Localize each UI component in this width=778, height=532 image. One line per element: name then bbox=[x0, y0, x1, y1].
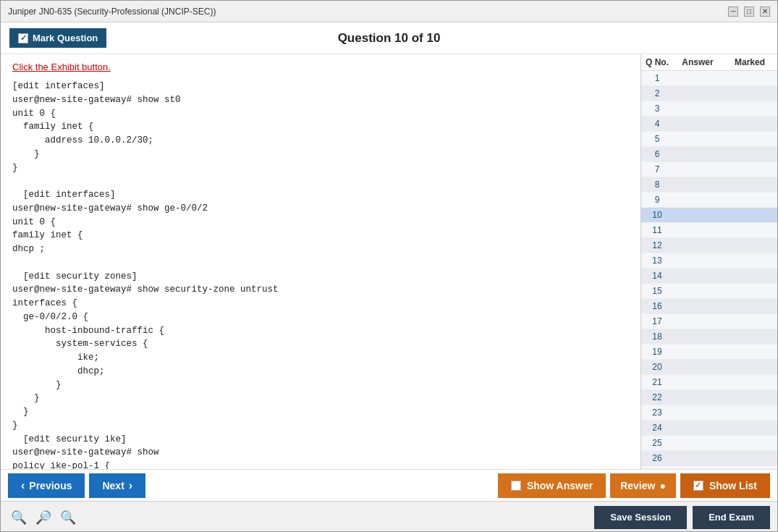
marked-cell bbox=[724, 179, 776, 190]
marked-cell bbox=[724, 300, 776, 312]
q-number: 16 bbox=[643, 300, 672, 312]
table-row[interactable]: 2 bbox=[641, 86, 777, 101]
answer-cell bbox=[672, 300, 724, 312]
marked-cell bbox=[724, 316, 776, 327]
show-answer-checkbox-icon bbox=[511, 481, 521, 491]
answer-cell bbox=[672, 468, 724, 469]
answer-cell bbox=[672, 103, 724, 114]
side-panel-rows[interactable]: 1234567891011121314151617181920212223242… bbox=[641, 71, 777, 469]
table-row[interactable]: 15 bbox=[641, 284, 777, 299]
show-list-checkbox-icon bbox=[693, 481, 703, 491]
table-row[interactable]: 21 bbox=[641, 375, 777, 390]
zoom-controls: 🔍 🔎 🔍 bbox=[8, 508, 79, 527]
previous-button[interactable]: ‹ Previous bbox=[8, 473, 85, 498]
answer-cell bbox=[672, 72, 724, 84]
q-number: 4 bbox=[643, 118, 672, 130]
answer-cell bbox=[672, 118, 724, 130]
marked-cell bbox=[724, 452, 776, 464]
q-number: 26 bbox=[643, 452, 672, 464]
marked-cell bbox=[724, 103, 776, 114]
q-number: 21 bbox=[643, 376, 672, 388]
table-row[interactable]: 12 bbox=[641, 238, 777, 253]
end-exam-button[interactable]: End Exam bbox=[693, 506, 770, 529]
table-row[interactable]: 25 bbox=[641, 436, 777, 451]
main-area: Click the Exhibit button. [edit interfac… bbox=[1, 54, 777, 469]
maximize-button[interactable]: □ bbox=[744, 7, 754, 17]
table-row[interactable]: 10 bbox=[641, 208, 777, 223]
table-row[interactable]: 19 bbox=[641, 345, 777, 360]
q-number: 20 bbox=[643, 361, 672, 373]
minimize-button[interactable]: ─ bbox=[728, 7, 738, 17]
answer-cell bbox=[672, 179, 724, 190]
marked-cell bbox=[724, 88, 776, 99]
window-title: Juniper JN0-635 (Security-Professional (… bbox=[8, 7, 216, 17]
review-dot-icon: ● bbox=[659, 480, 665, 491]
table-row[interactable]: 22 bbox=[641, 390, 777, 405]
mark-question-button[interactable]: Mark Question bbox=[9, 28, 106, 48]
table-row[interactable]: 1 bbox=[641, 71, 777, 86]
table-row[interactable]: 5 bbox=[641, 132, 777, 147]
table-row[interactable]: 17 bbox=[641, 314, 777, 329]
table-row[interactable]: 24 bbox=[641, 421, 777, 436]
answer-cell bbox=[672, 422, 724, 434]
zoom-fit-button[interactable]: 🔎 bbox=[33, 508, 54, 527]
table-row[interactable]: 6 bbox=[641, 147, 777, 162]
table-row[interactable]: 20 bbox=[641, 360, 777, 375]
answer-cell bbox=[672, 224, 724, 236]
table-row[interactable]: 8 bbox=[641, 177, 777, 193]
prev-arrow-icon: ‹ bbox=[21, 479, 25, 492]
show-list-button[interactable]: Show List bbox=[680, 473, 770, 498]
table-row[interactable]: 14 bbox=[641, 269, 777, 284]
table-row[interactable]: 13 bbox=[641, 253, 777, 269]
q-number: 27 bbox=[643, 468, 672, 469]
table-row[interactable]: 16 bbox=[641, 299, 777, 314]
save-session-button[interactable]: Save Session bbox=[594, 506, 687, 529]
q-number: 17 bbox=[643, 316, 672, 327]
answer-cell bbox=[672, 164, 724, 175]
q-number: 11 bbox=[643, 224, 672, 236]
table-row[interactable]: 4 bbox=[641, 117, 777, 132]
table-row[interactable]: 26 bbox=[641, 451, 777, 466]
marked-cell bbox=[724, 240, 776, 251]
marked-cell bbox=[724, 331, 776, 342]
zoom-in-button[interactable]: 🔍 bbox=[8, 508, 30, 527]
marked-cell bbox=[724, 285, 776, 297]
table-row[interactable]: 23 bbox=[641, 405, 777, 421]
answer-cell bbox=[672, 88, 724, 99]
marked-cell bbox=[724, 164, 776, 175]
answer-cell bbox=[672, 331, 724, 342]
table-row[interactable]: 9 bbox=[641, 193, 777, 208]
q-number: 2 bbox=[643, 88, 672, 99]
answer-cell bbox=[672, 285, 724, 297]
next-button[interactable]: Next › bbox=[89, 473, 145, 498]
previous-label: Previous bbox=[29, 480, 72, 491]
bottom-action-bar: 🔍 🔎 🔍 Save Session End Exam bbox=[1, 501, 777, 532]
answer-cell bbox=[672, 316, 724, 327]
marked-cell bbox=[724, 194, 776, 206]
marked-cell bbox=[724, 255, 776, 266]
review-button[interactable]: Review ● bbox=[610, 473, 676, 498]
exhibit-link[interactable]: Exhibit button. bbox=[51, 62, 110, 72]
answer-cell bbox=[672, 255, 724, 266]
show-answer-button[interactable]: Show Answer bbox=[498, 473, 606, 498]
answer-cell bbox=[672, 437, 724, 449]
side-panel-header: Q No. Answer Marked bbox=[641, 54, 777, 71]
answer-cell bbox=[672, 346, 724, 358]
table-row[interactable]: 3 bbox=[641, 101, 777, 117]
marked-cell bbox=[724, 437, 776, 449]
table-row[interactable]: 7 bbox=[641, 162, 777, 177]
table-row[interactable]: 18 bbox=[641, 329, 777, 345]
q-number: 8 bbox=[643, 179, 672, 190]
answer-cell bbox=[672, 376, 724, 388]
q-number: 14 bbox=[643, 270, 672, 282]
review-label: Review bbox=[620, 480, 655, 491]
close-button[interactable]: ✕ bbox=[760, 7, 770, 17]
zoom-out-button[interactable]: 🔍 bbox=[57, 508, 79, 527]
content-panel: Click the Exhibit button. [edit interfac… bbox=[1, 54, 641, 469]
marked-cell bbox=[724, 422, 776, 434]
table-row[interactable]: 27 bbox=[641, 466, 777, 469]
marked-cell bbox=[724, 468, 776, 469]
show-list-label: Show List bbox=[709, 480, 757, 491]
table-row[interactable]: 11 bbox=[641, 223, 777, 238]
marked-cell bbox=[724, 118, 776, 130]
